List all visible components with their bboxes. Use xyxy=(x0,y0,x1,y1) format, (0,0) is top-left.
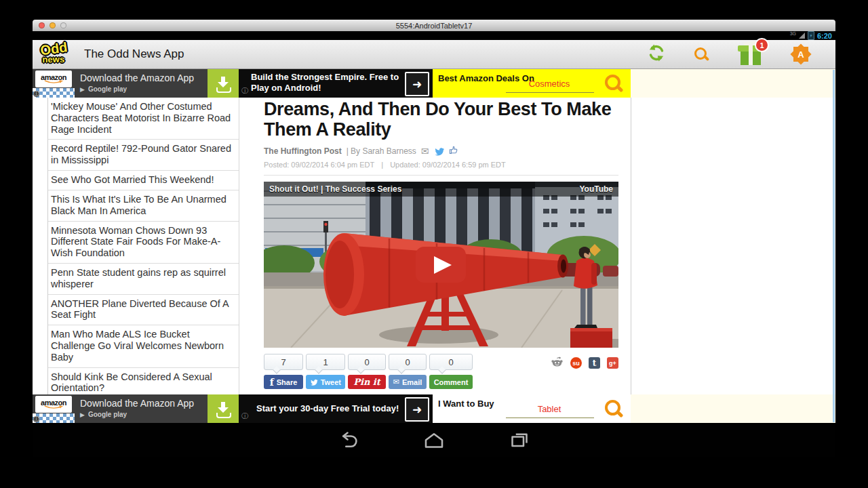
tweet-button[interactable]: Tweet xyxy=(306,375,345,389)
youtube-label[interactable]: YouTube xyxy=(579,184,613,194)
youtube-video-player[interactable]: Shout it Out! | The Success Series YouTu… xyxy=(264,182,618,348)
refresh-icon[interactable] xyxy=(647,43,666,65)
bottom-ad-row: amazon ⓘ Download the Amazon App ▶ Googl… xyxy=(33,394,835,423)
android-nav-bar xyxy=(33,423,835,457)
facebook-share-button[interactable]: f Share xyxy=(264,375,303,389)
amazon-logo: amazon xyxy=(35,396,72,413)
download-button[interactable] xyxy=(208,394,239,423)
amazon-ad-text-block: Download the Amazon App ▶ Google play xyxy=(75,69,208,98)
tumblr-icon[interactable]: t xyxy=(589,357,600,369)
amazon-smile-icon xyxy=(43,80,64,84)
twitter-icon[interactable] xyxy=(434,147,444,156)
gift-ribbon xyxy=(749,45,753,65)
appbrain-icon[interactable]: A xyxy=(791,44,811,64)
headline-item[interactable]: Man Who Made ALS Ice Bucket Challenge Go… xyxy=(48,325,239,367)
a-badge-letter: A xyxy=(791,44,811,64)
right-panel xyxy=(631,98,835,394)
amazon-logo-block: amazon ⓘ xyxy=(33,394,75,423)
email-count: 0 xyxy=(389,354,427,370)
headline-item[interactable]: Should Kink Be Considered A Sexual Orien… xyxy=(48,368,239,394)
date-separator: | xyxy=(381,161,383,169)
home-button[interactable] xyxy=(420,430,448,450)
search-icon[interactable] xyxy=(693,45,711,63)
reddit-icon[interactable] xyxy=(551,357,564,369)
ad-info-icon[interactable]: ⓘ xyxy=(241,86,248,96)
notification-badge: 1 xyxy=(755,38,769,52)
buy-category-field[interactable]: Tablet xyxy=(509,404,590,414)
amazon-app-ad-bottom[interactable]: amazon ⓘ Download the Amazon App ▶ Googl… xyxy=(33,394,239,423)
headline-item[interactable]: 'Mickey Mouse' And Other Costumed Charac… xyxy=(48,98,239,140)
headline-item[interactable]: ANOTHER Plane Diverted Because Of A Seat… xyxy=(48,295,239,326)
buy-search-icon[interactable] xyxy=(604,399,624,419)
ad-arrow-button[interactable]: ➜ xyxy=(405,72,429,96)
amazon-logo: amazon xyxy=(35,70,72,87)
google-play-icon: ▶ xyxy=(80,411,85,418)
google-play-label: Google play xyxy=(88,85,127,93)
back-button[interactable] xyxy=(335,430,362,450)
headline-item[interactable]: This Is What It's Like To Be An Unarmed … xyxy=(48,190,239,222)
envelope-icon: ✉ xyxy=(393,378,399,386)
ad-info-icon[interactable]: ⓘ xyxy=(33,416,39,422)
tweet-label: Tweet xyxy=(321,378,341,386)
share-count: 7 xyxy=(264,354,303,370)
amazon-ad-headline: Download the Amazon App xyxy=(80,398,208,409)
gift-offers-icon[interactable]: 1 xyxy=(738,42,764,66)
emulator-window: 5554:AndroidTabletv17 3G ⚡ 6:20 Odd news… xyxy=(33,20,835,458)
stumbleupon-icon[interactable]: su xyxy=(570,357,582,369)
top-ad-row: amazon ⓘ Download the Amazon App ▶ Googl… xyxy=(33,69,835,98)
amazon-app-ad-top[interactable]: amazon ⓘ Download the Amazon App ▶ Googl… xyxy=(33,69,239,98)
headline-list: 'Mickey Mouse' And Other Costumed Charac… xyxy=(47,98,239,394)
email-author-icon[interactable]: ✉ xyxy=(421,146,429,157)
google-play-icon: ▶ xyxy=(80,86,85,93)
posted-date: Posted: 09/02/2014 6:04 pm EDT xyxy=(264,161,374,169)
android-status-bar: 3G ⚡ 6:20 xyxy=(33,31,835,40)
ad-info-icon[interactable]: ⓘ xyxy=(33,91,39,97)
download-arrow-icon xyxy=(216,402,230,415)
pinterest-group: 0 Pin it xyxy=(348,354,386,389)
pin-it-button[interactable]: Pin it xyxy=(348,375,386,389)
email-group: 0 ✉ Email xyxy=(389,354,427,389)
video-thumbnail xyxy=(264,182,618,348)
close-window-button[interactable] xyxy=(39,22,45,28)
minimize-window-button[interactable] xyxy=(50,22,56,28)
right-filler-top xyxy=(631,69,835,98)
pin-count: 0 xyxy=(348,354,386,370)
facebook-share-group: 7 f Share xyxy=(264,354,303,389)
zoom-window-button[interactable] xyxy=(60,22,66,28)
video-title: Shout it Out! | The Success Series xyxy=(269,184,401,194)
headline-item[interactable]: Penn State student gains rep as squirrel… xyxy=(48,264,239,295)
email-button[interactable]: ✉ Email xyxy=(389,375,427,389)
scrollbar[interactable] xyxy=(833,70,835,422)
headline-item[interactable]: Record Reptile! 792-Pound Gator Snared i… xyxy=(48,140,239,171)
share-toolbar: 7 f Share 1 Tweet 0 Pin it xyxy=(264,354,618,389)
download-arrow-icon xyxy=(216,77,230,90)
recent-apps-button[interactable] xyxy=(506,430,533,450)
deals-search-icon[interactable] xyxy=(604,73,624,94)
google-play-row: ▶ Google play xyxy=(80,85,208,93)
video-title-bar: Shout it Out! | The Success Series YouTu… xyxy=(264,182,618,197)
signal-strength-icon xyxy=(799,33,805,39)
article-divider xyxy=(264,175,618,176)
game-ad-top[interactable]: Build the Strongest Empire. Free to Play… xyxy=(239,69,433,98)
game-ad-text: Build the Strongest Empire. Free to Play… xyxy=(239,69,433,94)
trial-ad-text: Start your 30-day Free Trial today! xyxy=(239,403,430,414)
article-author: | By Sarah Barness xyxy=(347,146,416,156)
deals-category-field[interactable]: Cosmetics xyxy=(509,79,590,89)
comment-button[interactable]: Comment xyxy=(429,375,473,389)
want-to-buy-ad[interactable]: I Want to Buy Tablet xyxy=(433,394,631,423)
trial-ad-bottom[interactable]: ⓘ Start your 30-day Free Trial today! ➜ xyxy=(239,394,433,423)
amazon-deals-ad[interactable]: Best Amazon Deals On Cosmetics xyxy=(433,69,631,98)
download-button[interactable] xyxy=(208,69,239,98)
article-source[interactable]: The Huffington Post xyxy=(264,146,342,156)
header-actions: 1 A xyxy=(647,42,827,66)
status-clock: 6:20 xyxy=(817,32,832,40)
headline-item[interactable]: See Who Got Married This Weekend! xyxy=(48,171,239,190)
ad-arrow-button[interactable]: ➜ xyxy=(405,397,429,422)
main-content: 'Mickey Mouse' And Other Costumed Charac… xyxy=(33,98,835,394)
facebook-icon: f xyxy=(270,377,274,388)
window-titlebar[interactable]: 5554:AndroidTabletv17 xyxy=(33,20,835,31)
like-icon[interactable] xyxy=(449,146,458,157)
ad-info-icon[interactable]: ⓘ xyxy=(241,411,248,421)
googleplus-icon[interactable]: g+ xyxy=(607,357,618,369)
headline-item[interactable]: Minnesota Woman Chows Down 93 Different … xyxy=(48,222,239,264)
